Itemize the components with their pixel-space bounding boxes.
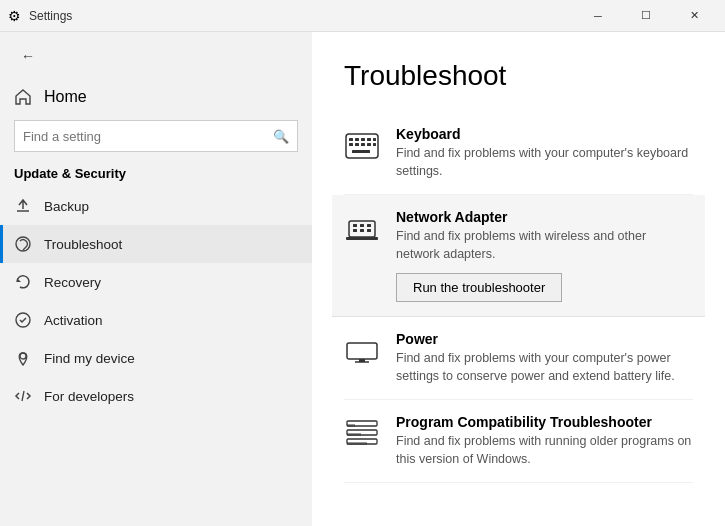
svg-rect-30	[347, 442, 367, 445]
network-item-content: Network Adapter Find and fix problems wi…	[396, 209, 693, 302]
troubleshoot-item-network: Network Adapter Find and fix problems wi…	[332, 195, 705, 317]
activation-icon	[14, 311, 32, 329]
svg-rect-17	[360, 224, 364, 227]
troubleshoot-icon	[14, 235, 32, 253]
svg-rect-5	[355, 138, 359, 141]
sidebar-item-find-device[interactable]: Find my device	[0, 339, 312, 377]
svg-rect-11	[361, 143, 365, 146]
sidebar-item-activation[interactable]: Activation	[0, 301, 312, 339]
backup-icon	[14, 197, 32, 215]
svg-rect-21	[367, 229, 371, 232]
svg-rect-12	[367, 143, 371, 146]
sidebar-item-recovery-label: Recovery	[44, 275, 101, 290]
keyboard-icon	[344, 128, 380, 164]
troubleshoot-item-keyboard: Keyboard Find and fix problems with your…	[344, 112, 693, 195]
svg-rect-18	[367, 224, 371, 227]
svg-rect-16	[353, 224, 357, 227]
run-troubleshooter-button[interactable]: Run the troubleshooter	[396, 273, 562, 302]
sidebar-item-activation-label: Activation	[44, 313, 103, 328]
recovery-icon	[14, 273, 32, 291]
developers-icon	[14, 387, 32, 405]
svg-rect-20	[360, 229, 364, 232]
svg-rect-22	[346, 237, 378, 240]
search-icon: 🔍	[273, 129, 289, 144]
home-icon	[14, 88, 32, 106]
program-compat-icon	[344, 416, 380, 452]
power-item-title: Power	[396, 331, 693, 347]
sidebar-item-backup[interactable]: Backup	[0, 187, 312, 225]
svg-rect-23	[347, 343, 377, 359]
title-bar-left: ⚙ Settings	[8, 8, 72, 24]
home-label: Home	[44, 88, 87, 106]
sidebar-item-recovery[interactable]: Recovery	[0, 263, 312, 301]
app-body: ← Home 🔍 Update & Security	[0, 32, 725, 526]
title-bar-controls: ─ ☐ ✕	[575, 0, 717, 32]
title-bar-title: Settings	[29, 9, 72, 23]
svg-rect-26	[347, 424, 355, 427]
sidebar-item-troubleshoot-label: Troubleshoot	[44, 237, 122, 252]
svg-rect-4	[349, 138, 353, 141]
close-button[interactable]: ✕	[671, 0, 717, 32]
search-input[interactable]	[23, 129, 267, 144]
power-icon	[344, 333, 380, 369]
svg-rect-8	[373, 138, 376, 141]
sidebar-item-find-device-label: Find my device	[44, 351, 135, 366]
svg-rect-6	[361, 138, 365, 141]
troubleshoot-item-program-compat: Program Compatibility Troubleshooter Fin…	[344, 400, 693, 483]
sidebar-item-troubleshoot[interactable]: Troubleshoot	[0, 225, 312, 263]
sidebar-item-developers[interactable]: For developers	[0, 377, 312, 415]
network-item-desc: Find and fix problems with wireless and …	[396, 228, 693, 263]
sidebar-item-developers-label: For developers	[44, 389, 134, 404]
title-bar: ⚙ Settings ─ ☐ ✕	[0, 0, 725, 32]
sidebar-item-backup-label: Backup	[44, 199, 89, 214]
svg-rect-13	[373, 143, 376, 146]
sidebar: ← Home 🔍 Update & Security	[0, 32, 312, 526]
settings-gear-icon: ⚙	[8, 8, 21, 24]
content-area: Troubleshoot	[312, 32, 725, 526]
network-item-title: Network Adapter	[396, 209, 693, 225]
svg-rect-14	[352, 150, 370, 153]
content-title: Troubleshoot	[344, 60, 693, 92]
maximize-button[interactable]: ☐	[623, 0, 669, 32]
program-compat-item-desc: Find and fix problems with running older…	[396, 433, 693, 468]
sidebar-nav-top: ←	[0, 32, 312, 80]
network-adapter-icon	[344, 211, 380, 247]
minimize-button[interactable]: ─	[575, 0, 621, 32]
svg-rect-9	[349, 143, 353, 146]
keyboard-item-content: Keyboard Find and fix problems with your…	[396, 126, 693, 180]
keyboard-item-title: Keyboard	[396, 126, 693, 142]
troubleshoot-item-power: Power Find and fix problems with your co…	[344, 317, 693, 400]
svg-rect-28	[347, 433, 361, 436]
program-compat-item-content: Program Compatibility Troubleshooter Fin…	[396, 414, 693, 468]
power-item-desc: Find and fix problems with your computer…	[396, 350, 693, 385]
find-device-icon	[14, 349, 32, 367]
power-item-content: Power Find and fix problems with your co…	[396, 331, 693, 385]
svg-rect-7	[367, 138, 371, 141]
search-box[interactable]: 🔍	[14, 120, 298, 152]
keyboard-item-desc: Find and fix problems with your computer…	[396, 145, 693, 180]
back-button[interactable]: ←	[14, 42, 42, 70]
sidebar-section-title: Update & Security	[0, 162, 312, 187]
svg-rect-19	[353, 229, 357, 232]
svg-rect-10	[355, 143, 359, 146]
program-compat-item-title: Program Compatibility Troubleshooter	[396, 414, 693, 430]
sidebar-item-home[interactable]: Home	[0, 80, 312, 114]
